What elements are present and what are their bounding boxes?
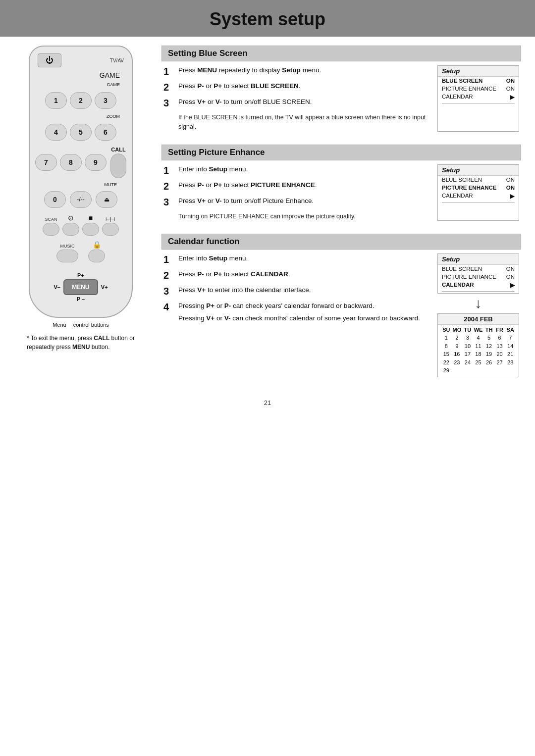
pe-setup-row-1: BLUE SCREENON: [438, 176, 519, 184]
btn-dash[interactable]: -/--: [70, 191, 92, 208]
cal-week-4: 22232425262728: [441, 358, 516, 367]
cal-week-5: 29: [441, 366, 516, 375]
scan-row: SCAN ⊙ ■ ⊢|⊣: [38, 214, 124, 236]
cal-week-1: 1234567: [441, 334, 516, 342]
calendar-heading: Calendar function: [161, 234, 521, 250]
pe-step-3-text: Press V+ or V- to turn on/off Picture En…: [178, 196, 431, 206]
btn-7[interactable]: 7: [35, 154, 57, 171]
blue-setup-row-3: CALENDAR▶: [438, 93, 519, 101]
numpad: 1 2 3: [45, 92, 116, 109]
pe-setup-row-2: PICTURE ENHANCEON: [438, 184, 519, 192]
menu-button[interactable]: MENU: [63, 279, 98, 295]
p-plus-label: P+: [77, 272, 84, 278]
page-number: 21: [0, 399, 535, 406]
calendar-month-title: 2004 FEB: [438, 314, 519, 325]
cal-week-2: 891011121314: [441, 342, 516, 351]
zoom-label: ZOOM: [38, 114, 124, 119]
picture-enhance-heading: Setting Picture Enhance: [161, 145, 521, 160]
blue-screen-heading: Setting Blue Screen: [161, 46, 521, 61]
btn-0[interactable]: 0: [44, 191, 66, 208]
square-button[interactable]: [82, 223, 99, 236]
scan-label: SCAN: [45, 217, 57, 222]
arrow-down-icon: ↓: [475, 297, 482, 310]
pe-step-2-text: Press P- or P+ to select PICTURE ENHANCE…: [178, 180, 431, 190]
cal-step-3-num: 3: [163, 285, 174, 297]
cal-setup-row-3: CALENDAR▶: [438, 281, 519, 290]
cal-step-3-text: Press V+ to enter into the calendar inte…: [178, 285, 431, 295]
remote-control: ⏻ TV/AV GAME GAME 1 2 3 ZOOM 4 5 6: [29, 46, 133, 318]
blue-setup-row-1: BLUE SCREENON: [438, 77, 519, 85]
blue-step-3-num: 3: [163, 97, 174, 109]
calendar-steps: 1 Enter into Setup menu. 2 Press P- or P…: [163, 253, 431, 377]
pe-note: Turning on PICTURE ENHANCE can improve t…: [178, 212, 431, 221]
btn-4[interactable]: 4: [45, 124, 67, 141]
btn-5[interactable]: 5: [70, 124, 92, 141]
calendar-box: 2004 FEB SUMOTUWETHFRSA 1234567 89101112…: [437, 313, 519, 377]
blue-screen-note: If the BLUE SCREEN is turned on, the TV …: [178, 113, 431, 132]
blue-step-3-text: Press V+ or V- to turn on/off BLUE SCREE…: [178, 97, 431, 107]
btn-8[interactable]: 8: [60, 154, 82, 171]
pe-step-3-num: 3: [163, 196, 174, 208]
blue-screen-steps: 1 Press MENU repeatedly to display Setup…: [163, 65, 431, 132]
page-title-bar: System setup: [0, 0, 535, 37]
tv-av-label: TV/AV: [110, 58, 124, 63]
pe-setup-row-3: CALENDAR▶: [438, 192, 519, 201]
cal-week-3: 15161718192021: [441, 350, 516, 358]
cal-setup-row-2: PICTURE ENHANCEON: [438, 273, 519, 281]
picture-enhance-steps: 1 Enter into Setup menu. 2 Press P- or P…: [163, 164, 431, 221]
instructions-col: Setting Blue Screen 1 Press MENU repeate…: [161, 46, 521, 379]
circle-button[interactable]: [62, 223, 79, 236]
numpad-4-6: 4 5 6: [45, 124, 116, 141]
pe-step-1-num: 1: [163, 164, 174, 176]
btn-9[interactable]: 9: [85, 154, 107, 171]
game-label: GAME: [100, 71, 120, 79]
music-button[interactable]: [56, 250, 78, 262]
music-label: MUSIC: [60, 244, 75, 249]
cal-setup-row-1: BLUE SCREENON: [438, 265, 519, 273]
lock-button[interactable]: [88, 250, 105, 262]
mute-label: MUTE: [38, 182, 124, 187]
cal-setup-box-title: Setup: [438, 254, 519, 265]
bottom-num-row: 0 -/-- ⏏: [44, 191, 117, 208]
cal-step-2-text: Press P- or P+ to select CALENDAR.: [178, 269, 431, 279]
numpad-7-9: 7 8 9: [35, 154, 107, 171]
btn-2[interactable]: 2: [70, 92, 92, 109]
call-label: CALL: [111, 147, 125, 152]
cal-setup-box: Setup BLUE SCREENON PICTURE ENHANCEON CA…: [437, 253, 519, 294]
footnote: * To exit the menu, press CALL button or…: [27, 334, 135, 352]
blue-screen-section: Setting Blue Screen 1 Press MENU repeate…: [161, 46, 521, 134]
blue-setup-box-title: Setup: [438, 66, 519, 77]
blue-step-2-num: 2: [163, 81, 174, 93]
pe-step-2-num: 2: [163, 180, 174, 192]
control-note-label: control buttons: [73, 322, 109, 328]
blue-step-2-text: Press P- or P+ to select BLUE SCREEN.: [178, 81, 431, 91]
cal-step-4-text-1: Pressing P+ or P- can check years' calen…: [178, 301, 431, 311]
pip-button[interactable]: [102, 223, 119, 236]
blue-step-1-num: 1: [163, 65, 174, 77]
blue-screen-setup-box: Setup BLUE SCREENON PICTURE ENHANCEON CA…: [437, 65, 519, 132]
menu-label: MENU: [72, 284, 89, 291]
btn-3[interactable]: 3: [95, 92, 116, 109]
calendar-header-row: SUMOTUWETHFRSA: [441, 327, 516, 333]
btn-1[interactable]: 1: [45, 92, 67, 109]
game-label-r: GAME: [38, 82, 124, 87]
pe-setup-box-title: Setup: [438, 165, 519, 176]
btn-eject[interactable]: ⏏: [96, 191, 117, 208]
remote-col: ⏻ TV/AV GAME GAME 1 2 3 ZOOM 4 5 6: [14, 46, 148, 379]
blue-step-1-text: Press MENU repeatedly to display Setup m…: [178, 65, 431, 75]
call-button[interactable]: [110, 153, 126, 178]
menu-note-label: Menu: [53, 322, 66, 328]
calendar-section: Calendar function 1 Enter into Setup men…: [161, 234, 521, 379]
cal-step-2-num: 2: [163, 269, 174, 281]
power-button[interactable]: ⏻: [38, 53, 61, 67]
pe-step-1-text: Enter into Setup menu.: [178, 164, 431, 174]
scan-button[interactable]: [43, 223, 59, 236]
page-title: System setup: [0, 9, 535, 30]
cal-step-1-num: 1: [163, 253, 174, 265]
cal-step-4-num: 4: [163, 301, 174, 313]
v-minus-label: V–: [54, 284, 60, 290]
btn-6[interactable]: 6: [95, 124, 116, 141]
p-minus-label: P –: [77, 296, 85, 302]
pe-setup-box: Setup BLUE SCREENON PICTURE ENHANCEON CA…: [437, 164, 519, 221]
picture-enhance-section: Setting Picture Enhance 1 Enter into Set…: [161, 145, 521, 223]
